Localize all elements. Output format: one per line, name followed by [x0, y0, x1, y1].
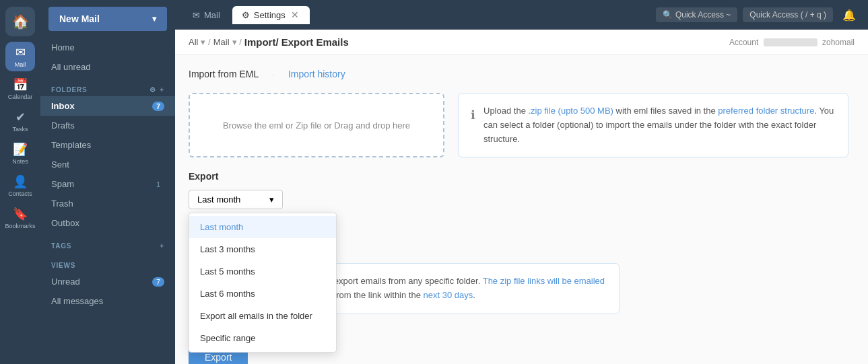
- rail-item-bookmarks-label: Bookmarks: [5, 223, 36, 229]
- add-folder-icon[interactable]: +: [160, 86, 164, 94]
- dropdown-option-export-all[interactable]: Export all emails in the folder: [189, 305, 336, 327]
- rail-item-notes-label: Notes: [12, 158, 28, 165]
- export-select[interactable]: Last month ▾: [189, 190, 283, 209]
- account-redacted: [764, 38, 817, 46]
- export-select-value: Last month: [197, 194, 240, 205]
- search-icon: 🔍: [663, 10, 673, 20]
- rail-item-contacts[interactable]: 👤 Contacts: [5, 171, 35, 201]
- rail-item-tasks[interactable]: ✔ Tasks: [5, 106, 35, 136]
- tasks-icon: ✔: [15, 110, 26, 124]
- bell-icon: 🔔: [842, 9, 856, 21]
- mail-icon: ✉: [15, 45, 26, 60]
- inbox-badge: 7: [152, 102, 164, 111]
- settings-tab-label: Settings: [254, 10, 286, 20]
- dropdown-option-last-5-months[interactable]: Last 5 months: [189, 260, 336, 283]
- export-dropdown-container: Last month ▾ Last month Last 3 months La…: [189, 190, 283, 209]
- notes-icon: 📝: [13, 142, 28, 157]
- content-area: Import from EML · Import history Browse …: [175, 55, 868, 364]
- sidebar-item-trash[interactable]: Trash: [40, 194, 175, 213]
- mail-tab-icon: ✉: [193, 10, 200, 20]
- breadcrumb-mail[interactable]: Mail: [213, 37, 230, 47]
- rail-item-mail-label: Mail: [15, 61, 26, 68]
- rail-item-bookmarks[interactable]: 🔖 Bookmarks: [5, 203, 35, 233]
- import-info-content: Upload the .zip file (upto 500 MB) with …: [483, 106, 834, 144]
- folders-header: FOLDERS ⚙ +: [40, 77, 175, 96]
- sidebar-item-outbox[interactable]: Outbox: [40, 213, 175, 233]
- breadcrumb: All ▾ / Mail ▾ / Import/ Export Emails: [189, 36, 349, 48]
- sidebar-item-home[interactable]: Home: [40, 38, 175, 57]
- section-tabs: Import from EML · Import history: [189, 69, 855, 79]
- calendar-icon: 📅: [13, 77, 28, 92]
- chevron-down-icon: ▾: [269, 194, 274, 205]
- rail-item-mail[interactable]: ✉ Mail: [5, 42, 35, 71]
- dropdown-option-last-6-months[interactable]: Last 6 months: [189, 283, 336, 305]
- quick-access-shortcut-label: Quick Access ( / + q ): [749, 10, 826, 20]
- export-section: Export Last month ▾ Last month Last 3 mo…: [189, 171, 855, 364]
- account-email: zohomail: [822, 38, 855, 47]
- tab-settings[interactable]: ⚙ Settings ✕: [232, 6, 310, 24]
- account-label: Account: [729, 38, 758, 47]
- dropdown-option-specific-range[interactable]: Specific range: [189, 327, 336, 349]
- rail-item-calendar-label: Calendar: [8, 94, 33, 100]
- sidebar-item-all-messages[interactable]: All messages: [40, 291, 175, 311]
- settings-tab-icon: ⚙: [242, 10, 250, 20]
- new-mail-label: New Mail: [59, 13, 100, 24]
- quick-access-shortcut-button[interactable]: Quick Access ( / + q ): [743, 7, 833, 22]
- import-info-box: ℹ Upload the .zip file (upto 500 MB) wit…: [458, 93, 848, 157]
- main-area: ✉ Mail ⚙ Settings ✕ 🔍 Quick Access ~ Qui…: [175, 0, 868, 364]
- unread-badge: 7: [152, 277, 164, 287]
- upload-box[interactable]: Browse the eml or Zip file or Drag and d…: [189, 93, 444, 157]
- quick-access-search-button[interactable]: 🔍 Quick Access ~: [656, 7, 737, 22]
- rail-item-contacts-label: Contacts: [8, 190, 32, 197]
- account-info: Account zohomail: [729, 38, 855, 47]
- sidebar-item-inbox[interactable]: Inbox 7: [40, 96, 175, 116]
- tab-mail[interactable]: ✉ Mail: [183, 6, 230, 24]
- breadcrumb-bar: All ▾ / Mail ▾ / Import/ Export Emails A…: [175, 30, 868, 55]
- gear-icon[interactable]: ⚙: [149, 86, 156, 94]
- chevron-down-icon: ▾: [152, 14, 156, 24]
- tags-header: TAGS +: [40, 233, 175, 252]
- contacts-icon: 👤: [13, 174, 28, 189]
- upload-row: Browse the eml or Zip file or Drag and d…: [189, 93, 855, 157]
- close-tab-icon[interactable]: ✕: [290, 10, 300, 20]
- mail-tab-label: Mail: [204, 10, 220, 20]
- sidebar-item-drafts[interactable]: Drafts: [40, 116, 175, 135]
- dropdown-menu: Last month Last 3 months Last 5 months L…: [189, 213, 337, 353]
- sidebar: New Mail ▾ Home All unread FOLDERS ⚙ + I…: [40, 0, 175, 364]
- rail-item-notes[interactable]: 📝 Notes: [5, 139, 35, 168]
- dropdown-option-last-3-months[interactable]: Last 3 months: [189, 238, 336, 260]
- topbar: ✉ Mail ⚙ Settings ✕ 🔍 Quick Access ~ Qui…: [175, 0, 868, 30]
- sidebar-item-unread[interactable]: Unread 7: [40, 272, 175, 291]
- import-tab[interactable]: Import from EML: [189, 69, 259, 79]
- info-icon: ℹ: [471, 106, 475, 146]
- bookmarks-icon: 🔖: [13, 207, 28, 221]
- breadcrumb-current: Import/ Export Emails: [244, 36, 349, 48]
- export-label: Export: [189, 171, 855, 182]
- add-tag-icon[interactable]: +: [160, 242, 164, 250]
- rail-item-tasks-label: Tasks: [12, 126, 28, 133]
- icon-rail: 🏠 ✉ Mail 📅 Calendar ✔ Tasks 📝 Notes 👤 Co…: [0, 0, 40, 364]
- views-header: VIEWS: [40, 252, 175, 272]
- breadcrumb-all[interactable]: All: [189, 37, 198, 47]
- import-info-text: Upload the .zip file (upto 500 MB) with …: [483, 104, 836, 146]
- history-tab[interactable]: Import history: [288, 69, 345, 79]
- topbar-right: 🔍 Quick Access ~ Quick Access ( / + q ) …: [656, 6, 860, 24]
- notification-icon-button[interactable]: 🔔: [838, 6, 860, 24]
- quick-access-search-label: Quick Access ~: [675, 10, 731, 20]
- spam-badge: 1: [152, 180, 164, 189]
- sidebar-item-all-unread[interactable]: All unread: [40, 57, 175, 77]
- dropdown-option-last-month[interactable]: Last month: [189, 216, 336, 238]
- sidebar-item-sent[interactable]: Sent: [40, 155, 175, 174]
- upload-box-text: Browse the eml or Zip file or Drag and d…: [223, 120, 410, 131]
- sidebar-item-templates[interactable]: Templates: [40, 135, 175, 155]
- sidebar-item-spam[interactable]: Spam 1: [40, 174, 175, 194]
- folders-actions: ⚙ +: [149, 86, 164, 94]
- app-logo: 🏠: [5, 7, 35, 36]
- rail-item-calendar[interactable]: 📅 Calendar: [5, 74, 35, 104]
- new-mail-button[interactable]: New Mail ▾: [48, 7, 167, 31]
